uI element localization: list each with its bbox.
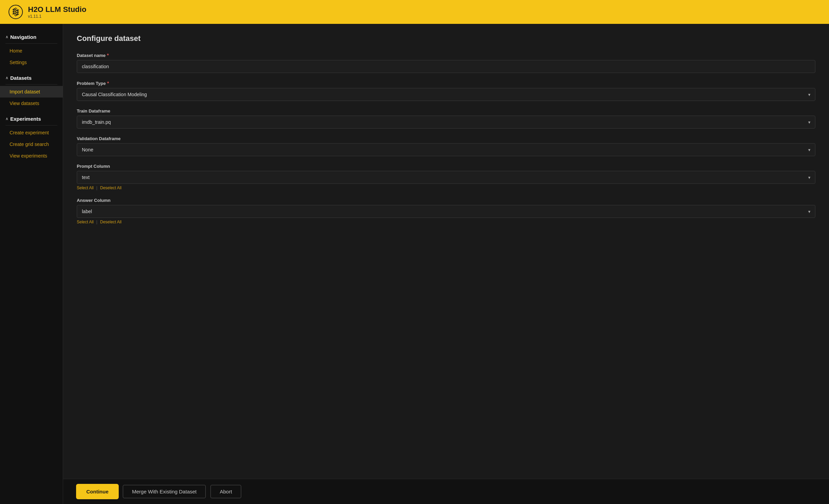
sidebar-item-settings[interactable]: Settings bbox=[0, 57, 63, 68]
answer-column-select[interactable]: label bbox=[77, 205, 815, 218]
app-name: H2O LLM Studio bbox=[28, 5, 86, 14]
problem-type-select[interactable]: Causal Classification Modeling bbox=[77, 88, 815, 101]
sidebar-item-import-dataset[interactable]: Import dataset bbox=[0, 86, 63, 98]
experiments-section-header: ∧ Experiments bbox=[0, 113, 63, 124]
problem-type-label: Problem Type * bbox=[77, 80, 815, 86]
create-experiment-label: Create experiment bbox=[10, 130, 49, 135]
content-area: Configure dataset Dataset name * Problem… bbox=[63, 24, 829, 504]
navigation-section-header: ∧ Navigation bbox=[0, 31, 63, 42]
home-label: Home bbox=[10, 48, 22, 54]
problem-type-select-wrapper: Causal Classification Modeling ▾ bbox=[77, 88, 815, 101]
header-title-block: H2O LLM Studio v1.11.1 bbox=[28, 5, 86, 19]
main-layout: ∧ Navigation Home Settings ∧ Datasets Im… bbox=[0, 24, 829, 504]
h2o-logo-icon bbox=[8, 4, 23, 19]
view-experiments-label: View experiments bbox=[10, 153, 47, 159]
dataset-name-input[interactable] bbox=[77, 60, 815, 73]
app-version: v1.11.1 bbox=[28, 14, 86, 19]
dataset-name-label: Dataset name * bbox=[77, 53, 815, 58]
answer-column-links: Select All | Deselect All bbox=[77, 220, 815, 224]
import-dataset-label: Import dataset bbox=[10, 89, 40, 94]
sidebar-item-create-grid-search[interactable]: Create grid search bbox=[0, 138, 63, 150]
problem-type-required: * bbox=[107, 80, 109, 86]
prompt-column-label: Prompt Column bbox=[77, 164, 815, 169]
create-grid-search-label: Create grid search bbox=[10, 142, 49, 147]
prompt-link-separator: | bbox=[96, 186, 97, 190]
validation-dataframe-select[interactable]: None bbox=[77, 143, 815, 156]
prompt-deselect-all-link[interactable]: Deselect All bbox=[100, 186, 121, 190]
content-scroll: Configure dataset Dataset name * Problem… bbox=[63, 24, 829, 479]
nav-divider-3 bbox=[5, 125, 57, 125]
sidebar-item-home[interactable]: Home bbox=[0, 45, 63, 57]
continue-button[interactable]: Continue bbox=[77, 485, 118, 499]
app-header: H2O LLM Studio v1.11.1 bbox=[0, 0, 829, 24]
view-datasets-label: View datasets bbox=[10, 101, 39, 106]
abort-button[interactable]: Abort bbox=[210, 485, 241, 498]
nav-divider-1 bbox=[5, 43, 57, 44]
datasets-section-header: ∧ Datasets bbox=[0, 72, 63, 83]
prompt-select-all-link[interactable]: Select All bbox=[77, 186, 93, 190]
prompt-column-select-wrapper: text ▾ bbox=[77, 171, 815, 184]
sidebar-item-create-experiment[interactable]: Create experiment bbox=[0, 127, 63, 138]
page-title: Configure dataset bbox=[77, 34, 815, 43]
validation-dataframe-group: Validation Dataframe None ▾ bbox=[77, 136, 815, 156]
prompt-column-links: Select All | Deselect All bbox=[77, 186, 815, 190]
sidebar-item-view-datasets[interactable]: View datasets bbox=[0, 98, 63, 109]
train-dataframe-select[interactable]: imdb_train.pq bbox=[77, 116, 815, 129]
train-dataframe-select-wrapper: imdb_train.pq ▾ bbox=[77, 116, 815, 129]
merge-button[interactable]: Merge With Existing Dataset bbox=[123, 485, 206, 498]
nav-divider-2 bbox=[5, 84, 57, 85]
prompt-column-group: Prompt Column text ▾ Select All | Desele… bbox=[77, 164, 815, 190]
sidebar: ∧ Navigation Home Settings ∧ Datasets Im… bbox=[0, 24, 63, 504]
datasets-label: Datasets bbox=[10, 75, 32, 81]
navigation-chevron-icon: ∧ bbox=[5, 35, 8, 39]
navigation-label: Navigation bbox=[10, 34, 37, 40]
dataset-name-required: * bbox=[107, 53, 109, 58]
train-dataframe-group: Train Dataframe imdb_train.pq ▾ bbox=[77, 108, 815, 129]
answer-column-select-wrapper: label ▾ bbox=[77, 205, 815, 218]
answer-column-label: Answer Column bbox=[77, 198, 815, 203]
dataset-name-group: Dataset name * bbox=[77, 53, 815, 73]
experiments-label: Experiments bbox=[10, 116, 41, 122]
prompt-column-select[interactable]: text bbox=[77, 171, 815, 184]
answer-deselect-all-link[interactable]: Deselect All bbox=[100, 220, 121, 224]
footer: Continue Merge With Existing Dataset Abo… bbox=[63, 479, 829, 504]
validation-dataframe-select-wrapper: None ▾ bbox=[77, 143, 815, 156]
train-dataframe-label: Train Dataframe bbox=[77, 108, 815, 114]
sidebar-item-view-experiments[interactable]: View experiments bbox=[0, 150, 63, 162]
answer-column-group: Answer Column label ▾ Select All | Desel… bbox=[77, 198, 815, 224]
settings-label: Settings bbox=[10, 60, 27, 65]
problem-type-group: Problem Type * Causal Classification Mod… bbox=[77, 80, 815, 101]
experiments-chevron-icon: ∧ bbox=[5, 117, 8, 121]
validation-dataframe-label: Validation Dataframe bbox=[77, 136, 815, 141]
datasets-chevron-icon: ∧ bbox=[5, 76, 8, 80]
answer-link-separator: | bbox=[96, 220, 97, 224]
answer-select-all-link[interactable]: Select All bbox=[77, 220, 93, 224]
